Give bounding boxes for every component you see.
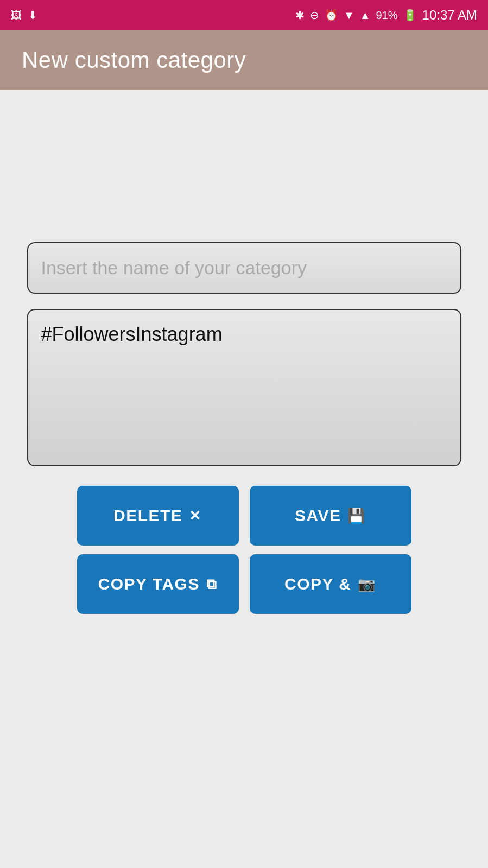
image-icon: 🖼	[11, 10, 22, 21]
status-bar: 🖼 ⬇ ✱ ⊖ ⏰ ▼ ▲ 91% 🔋 10:37 AM	[0, 0, 488, 30]
alarm-icon: ⏰	[325, 10, 338, 21]
status-bar-right: ✱ ⊖ ⏰ ▼ ▲ 91% 🔋 10:37 AM	[295, 8, 477, 23]
save-label: SAVE	[295, 506, 341, 525]
delete-button[interactable]: DELETE ✕	[77, 486, 239, 546]
buttons-row-1: DELETE ✕ SAVE 💾	[77, 486, 411, 546]
main-content: #FollowersInstagram DELETE ✕ SAVE 💾 COPY…	[0, 90, 488, 868]
do-not-disturb-icon: ⊖	[310, 10, 319, 21]
copy-and-share-icon: 📷	[358, 576, 376, 593]
delete-icon: ✕	[189, 508, 202, 524]
save-button[interactable]: SAVE 💾	[250, 486, 411, 546]
clock: 10:37 AM	[422, 8, 477, 23]
battery-level: 91%	[376, 10, 398, 21]
download-icon: ⬇	[28, 10, 37, 21]
buttons-grid: DELETE ✕ SAVE 💾 COPY TAGS ⧉ COPY & 📷	[77, 486, 411, 614]
delete-label: DELETE	[113, 506, 182, 525]
battery-icon: 🔋	[403, 10, 417, 21]
copy-and-share-label: COPY &	[284, 575, 351, 593]
signal-icon: ▲	[360, 10, 371, 21]
category-name-input[interactable]	[27, 242, 461, 294]
copy-tags-button[interactable]: COPY TAGS ⧉	[77, 554, 239, 614]
bluetooth-icon: ✱	[295, 10, 305, 21]
tags-textarea[interactable]: #FollowersInstagram	[27, 309, 461, 466]
wifi-icon: ▼	[344, 10, 354, 21]
copy-and-share-button[interactable]: COPY & 📷	[250, 554, 411, 614]
save-icon: 💾	[347, 508, 366, 524]
app-bar: New custom category	[0, 30, 488, 90]
page-title: New custom category	[22, 47, 246, 73]
status-bar-left: 🖼 ⬇	[11, 10, 37, 21]
buttons-row-2: COPY TAGS ⧉ COPY & 📷	[77, 554, 411, 614]
copy-tags-label: COPY TAGS	[98, 575, 200, 593]
copy-tags-icon: ⧉	[206, 576, 218, 593]
